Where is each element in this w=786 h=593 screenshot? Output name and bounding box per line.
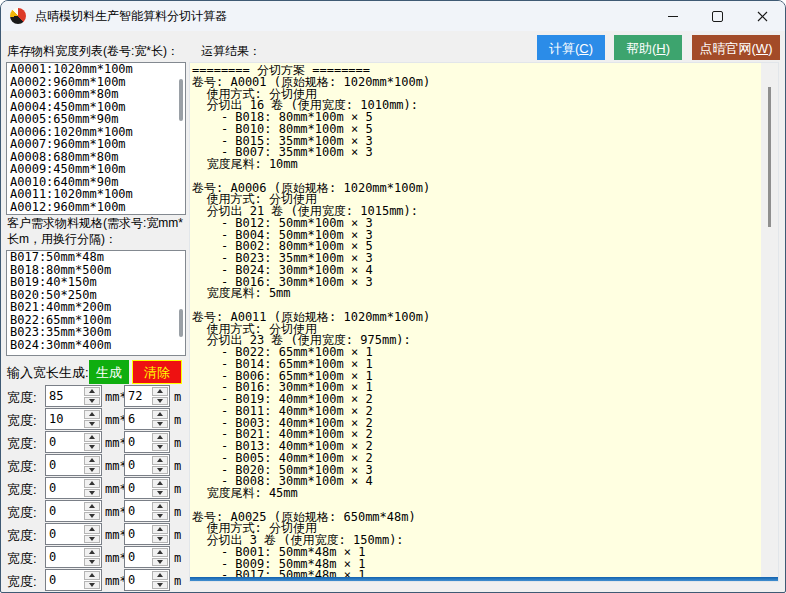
length-m-spinner[interactable]: 0 — [124, 431, 170, 453]
length-m-spinner[interactable]: 0 — [124, 546, 170, 568]
width-value-input[interactable]: 0 — [46, 455, 83, 475]
spin-up-button[interactable] — [152, 387, 168, 396]
length-m-spinner[interactable]: 0 — [124, 523, 170, 545]
width-mm-spinner[interactable]: 0 — [45, 500, 102, 522]
close-button[interactable] — [740, 1, 785, 31]
demand-list-item[interactable]: B017:50mm*48m — [7, 251, 185, 264]
spin-up-button[interactable] — [152, 433, 168, 442]
width-value-input[interactable]: 0 — [46, 547, 83, 567]
length-m-spinner[interactable]: 0 — [124, 569, 170, 591]
stock-list[interactable]: A0001:1020mm*100mA0002:960mm*100mA0003:6… — [6, 62, 186, 215]
demand-list[interactable]: B017:50mm*48mB018:80mm*500mB019:40*150mB… — [6, 250, 186, 356]
width-value-input[interactable]: 0 — [46, 432, 83, 452]
spin-down-button[interactable] — [84, 443, 100, 452]
spin-down-button[interactable] — [152, 420, 168, 429]
spin-up-button[interactable] — [152, 456, 168, 465]
website-button[interactable]: 点晴官网(W) — [692, 35, 780, 60]
spin-up-button[interactable] — [84, 456, 100, 465]
spin-up-button[interactable] — [84, 387, 100, 396]
spin-up-button[interactable] — [84, 433, 100, 442]
spin-down-button[interactable] — [152, 581, 168, 590]
spin-up-button[interactable] — [84, 410, 100, 419]
length-value-input[interactable]: 0 — [125, 455, 151, 475]
spin-down-button[interactable] — [84, 489, 100, 498]
length-value-input[interactable]: 72 — [125, 386, 151, 406]
width-value-input[interactable]: 85 — [46, 386, 83, 406]
minimize-button[interactable] — [650, 1, 695, 31]
clear-button[interactable]: 清除 — [132, 360, 182, 384]
width-value-input[interactable]: 0 — [46, 524, 83, 544]
spin-down-button[interactable] — [84, 466, 100, 475]
spin-down-button[interactable] — [84, 512, 100, 521]
length-value-input[interactable]: 0 — [125, 432, 151, 452]
spin-up-button[interactable] — [152, 548, 168, 557]
width-value-input[interactable]: 10 — [46, 409, 83, 429]
stock-list-item[interactable]: A0005:650mm*90m — [7, 113, 185, 126]
stock-list-scrollbar-thumb[interactable] — [179, 79, 183, 121]
spin-down-button[interactable] — [84, 558, 100, 567]
demand-list-scrollbar-thumb[interactable] — [179, 309, 183, 337]
spin-up-button[interactable] — [84, 502, 100, 511]
width-mm-spinner[interactable]: 10 — [45, 408, 102, 430]
length-value-input[interactable]: 6 — [125, 409, 151, 429]
width-value-input[interactable]: 0 — [46, 478, 83, 498]
spin-up-button[interactable] — [152, 502, 168, 511]
stock-list-item[interactable]: A0007:960mm*100m — [7, 138, 185, 151]
width-mm-spinner[interactable]: 0 — [45, 546, 102, 568]
stock-list-item[interactable]: A0009:450mm*100m — [7, 163, 185, 176]
result-scrollbar-thumb[interactable] — [768, 87, 771, 227]
length-value-input[interactable]: 0 — [125, 547, 151, 567]
maximize-button[interactable] — [695, 1, 740, 31]
spin-up-button[interactable] — [84, 525, 100, 534]
spin-down-button[interactable] — [152, 443, 168, 452]
width-mm-spinner[interactable]: 0 — [45, 477, 102, 499]
length-m-spinner[interactable]: 0 — [124, 477, 170, 499]
spin-down-button[interactable] — [84, 535, 100, 544]
width-mm-spinner[interactable]: 85 — [45, 385, 102, 407]
width-mm-spinner[interactable]: 0 — [45, 569, 102, 591]
length-value-input[interactable]: 0 — [125, 478, 151, 498]
spin-up-button[interactable] — [84, 548, 100, 557]
spin-down-button[interactable] — [152, 558, 168, 567]
spin-up-button[interactable] — [84, 571, 100, 580]
spin-up-button[interactable] — [84, 479, 100, 488]
stock-list-item[interactable]: A0001:1020mm*100m — [7, 63, 185, 76]
width-mm-spinner[interactable]: 0 — [45, 523, 102, 545]
demand-list-item[interactable]: B024:30mm*400m — [7, 339, 185, 352]
length-m-spinner[interactable]: 0 — [124, 500, 170, 522]
spin-down-button[interactable] — [84, 420, 100, 429]
length-value-input[interactable]: 0 — [125, 570, 151, 590]
spin-up-button[interactable] — [152, 571, 168, 580]
length-value-input[interactable]: 0 — [125, 524, 151, 544]
width-value-input[interactable]: 0 — [46, 570, 83, 590]
spin-up-button[interactable] — [152, 525, 168, 534]
spin-down-button[interactable] — [152, 489, 168, 498]
spin-up-button[interactable] — [152, 410, 168, 419]
result-textbox[interactable]: ======== 分切方案 ========卷号: A0001 (原始规格: 1… — [189, 62, 779, 582]
length-m-spinner[interactable]: 72 — [124, 385, 170, 407]
length-m-spinner[interactable]: 6 — [124, 408, 170, 430]
help-button[interactable]: 帮助(H) — [614, 35, 682, 60]
length-value-input[interactable]: 0 — [125, 501, 151, 521]
result-scrollbar[interactable] — [761, 63, 778, 577]
m-unit-label: m — [174, 390, 181, 404]
width-mm-spinner[interactable]: 0 — [45, 454, 102, 476]
demand-list-item[interactable]: B019:40*150m — [7, 276, 185, 289]
stock-list-item[interactable]: A0003:600mm*80m — [7, 88, 185, 101]
calculate-button[interactable]: 计算(C) — [537, 35, 605, 60]
width-value-input[interactable]: 0 — [46, 501, 83, 521]
width-mm-spinner[interactable]: 0 — [45, 431, 102, 453]
stock-list-item[interactable]: A0011:1020mm*100m — [7, 188, 185, 201]
spin-down-button[interactable] — [152, 466, 168, 475]
demand-list-item[interactable]: B021:40mm*200m — [7, 301, 185, 314]
generate-button[interactable]: 生成 — [89, 360, 129, 384]
spin-down-button[interactable] — [84, 397, 100, 406]
length-m-spinner[interactable]: 0 — [124, 454, 170, 476]
spin-up-button[interactable] — [152, 479, 168, 488]
stock-list-item[interactable]: A0012:960mm*100m — [7, 201, 185, 214]
spin-down-button[interactable] — [152, 512, 168, 521]
spin-down-button[interactable] — [152, 535, 168, 544]
spin-down-button[interactable] — [84, 581, 100, 590]
spin-down-button[interactable] — [152, 397, 168, 406]
demand-list-item[interactable]: B023:35mm*300m — [7, 326, 185, 339]
